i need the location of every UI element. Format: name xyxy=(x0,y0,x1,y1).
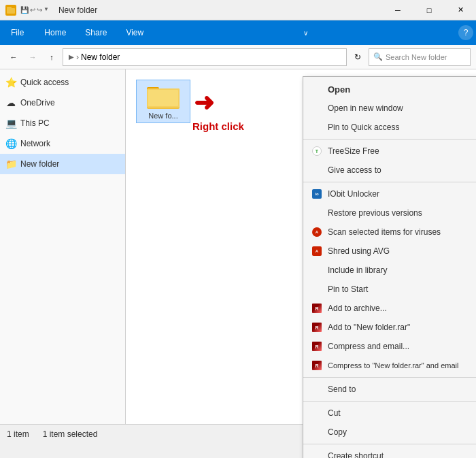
sidebar-item-label: New folder xyxy=(20,159,59,169)
network-icon: 🌐 xyxy=(5,138,16,149)
sidebar-item-label: OneDrive xyxy=(20,98,55,108)
forward-button[interactable]: → xyxy=(24,49,41,65)
ctx-restore-label: Restore previous versions xyxy=(328,208,476,218)
ctx-restore[interactable]: Restore previous versions xyxy=(303,203,476,223)
send-to-icon xyxy=(311,384,322,395)
sidebar-item-new-folder[interactable]: 📁 New folder xyxy=(0,154,125,174)
ctx-give-access[interactable]: Give access to › xyxy=(303,161,476,180)
ctx-add-new-folder-rar-label: Add to "New folder.rar" xyxy=(328,323,476,332)
search-box[interactable]: 🔍 Search New folder xyxy=(369,48,471,66)
open-new-window-icon xyxy=(311,103,322,114)
treesize-icon: T xyxy=(311,146,322,157)
ctx-copy[interactable]: Copy xyxy=(303,423,476,442)
add-archive-icon: R xyxy=(311,303,322,314)
ctx-compress-new-folder-email[interactable]: R Compress to "New folder.rar" and email xyxy=(303,356,476,375)
back-button[interactable]: ← xyxy=(5,49,22,65)
cut-icon xyxy=(311,408,322,419)
up-button[interactable]: ↑ xyxy=(44,49,60,65)
close-button[interactable]: ✕ xyxy=(445,0,476,20)
add-new-folder-rar-icon: R xyxy=(311,322,322,333)
new-folder-icon: 📁 xyxy=(5,159,16,169)
ctx-pin-label: Pin to Quick access xyxy=(328,122,476,132)
address-bar: ← → ↑ ▶ › New folder ↻ 🔍 Search New fold… xyxy=(0,45,476,69)
sidebar-item-onedrive[interactable]: ☁ OneDrive xyxy=(0,93,125,113)
item-count: 1 item xyxy=(7,429,29,439)
ribbon-help-button[interactable]: ? xyxy=(458,25,473,40)
ctx-cut-label: Cut xyxy=(328,408,476,418)
ctx-scan-viruses[interactable]: A Scan selected items for viruses xyxy=(303,223,476,242)
onedrive-icon: ☁ xyxy=(5,97,16,108)
ribbon-chevron[interactable]: ∨ xyxy=(296,20,316,45)
ctx-send-to[interactable]: Send to › xyxy=(303,380,476,399)
sidebar-item-label: This PC xyxy=(20,118,50,128)
title-bar: 💾 ↩ ↪ ▼ New folder ─ □ ✕ xyxy=(0,0,476,20)
ctx-add-new-folder-rar[interactable]: R Add to "New folder.rar" xyxy=(303,318,476,337)
folder-icon-svg xyxy=(147,83,180,110)
ctx-include-library[interactable]: Include in library › xyxy=(303,261,476,280)
restore-icon xyxy=(311,208,322,218)
folder-item[interactable]: New fo... xyxy=(136,80,190,123)
ctx-give-access-label: Give access to xyxy=(328,165,476,175)
address-path[interactable]: ▶ › New folder xyxy=(63,48,347,66)
window-quick-access-btns: 💾 ↩ ↪ ▼ xyxy=(20,6,49,14)
svg-rect-1 xyxy=(7,7,12,9)
ctx-add-archive[interactable]: R Add to archive... xyxy=(303,299,476,318)
search-placeholder: Search New folder xyxy=(386,53,447,61)
svg-rect-0 xyxy=(7,8,15,14)
ctx-iobit-label: IObit Unlocker xyxy=(328,189,476,199)
ctx-compress-email-label: Compress and email... xyxy=(328,342,476,351)
ribbon-home-tab[interactable]: Home xyxy=(35,20,75,45)
open-icon xyxy=(311,84,322,95)
minimize-button[interactable]: ─ xyxy=(382,0,413,20)
ribbon-view-tab[interactable]: View xyxy=(116,20,153,45)
ctx-sep-2 xyxy=(303,182,476,182)
title-bar-icon xyxy=(5,5,16,16)
context-menu: Open Open in new window Pin to Quick acc… xyxy=(303,76,476,458)
ctx-shred-avg-label: Shred using AVG xyxy=(328,246,476,256)
search-icon: 🔍 xyxy=(373,52,383,61)
ctx-sep-4 xyxy=(303,401,476,402)
red-arrow: ➜ xyxy=(194,88,214,117)
ctx-send-to-label: Send to xyxy=(328,385,476,394)
ctx-scan-viruses-label: Scan selected items for viruses xyxy=(328,227,476,237)
refresh-button[interactable]: ↻ xyxy=(350,49,366,65)
compress-new-folder-email-icon: R xyxy=(311,360,322,371)
iobit-icon: io xyxy=(311,189,322,199)
sidebar-item-label: Network xyxy=(20,139,50,148)
ctx-pin-quick-access[interactable]: Pin to Quick access xyxy=(303,118,476,137)
sidebar-item-network[interactable]: 🌐 Network xyxy=(0,133,125,154)
ctx-sep-1 xyxy=(303,139,476,140)
right-click-label: Right click xyxy=(192,120,244,132)
ribbon-share-tab[interactable]: Share xyxy=(75,20,116,45)
ctx-compress-new-folder-email-label: Compress to "New folder.rar" and email xyxy=(328,361,476,370)
ctx-compress-email[interactable]: R Compress and email... xyxy=(303,337,476,356)
create-shortcut-icon xyxy=(311,451,322,458)
this-pc-icon: 💻 xyxy=(5,118,16,129)
ctx-treesize[interactable]: T TreeSize Free xyxy=(303,142,476,161)
sidebar: ⭐ Quick access ☁ OneDrive 💻 This PC 🌐 Ne… xyxy=(0,69,126,424)
ctx-create-shortcut-label: Create shortcut xyxy=(328,451,476,458)
sidebar-item-this-pc[interactable]: 💻 This PC xyxy=(0,113,125,133)
ctx-open-new-window[interactable]: Open in new window xyxy=(303,99,476,118)
ctx-pin-start-label: Pin to Start xyxy=(328,284,476,294)
file-area[interactable]: New fo... ➜ Right click Open Open in new… xyxy=(126,69,476,424)
ribbon-file-tab[interactable]: File xyxy=(0,20,35,45)
maximize-button[interactable]: □ xyxy=(413,0,445,20)
compress-email-icon: R xyxy=(311,341,322,352)
sidebar-item-label: Quick access xyxy=(20,78,69,87)
quick-access-icon: ⭐ xyxy=(5,77,16,88)
ctx-shred-avg[interactable]: A Shred using AVG xyxy=(303,242,476,261)
ctx-open[interactable]: Open xyxy=(303,80,476,99)
shred-avg-icon: A xyxy=(311,246,322,257)
main-area: ⭐ Quick access ☁ OneDrive 💻 This PC 🌐 Ne… xyxy=(0,69,476,424)
ctx-sep-5 xyxy=(303,444,476,444)
ctx-pin-start[interactable]: Pin to Start xyxy=(303,280,476,299)
window-controls: ─ □ ✕ xyxy=(382,0,476,20)
ctx-cut[interactable]: Cut xyxy=(303,404,476,423)
ctx-create-shortcut[interactable]: Create shortcut xyxy=(303,446,476,458)
ctx-include-library-label: Include in library xyxy=(328,265,476,275)
ctx-open-new-window-label: Open in new window xyxy=(328,103,476,113)
pin-start-icon xyxy=(311,284,322,295)
sidebar-item-quick-access[interactable]: ⭐ Quick access xyxy=(0,72,125,93)
ctx-iobit[interactable]: io IObit Unlocker xyxy=(303,184,476,203)
